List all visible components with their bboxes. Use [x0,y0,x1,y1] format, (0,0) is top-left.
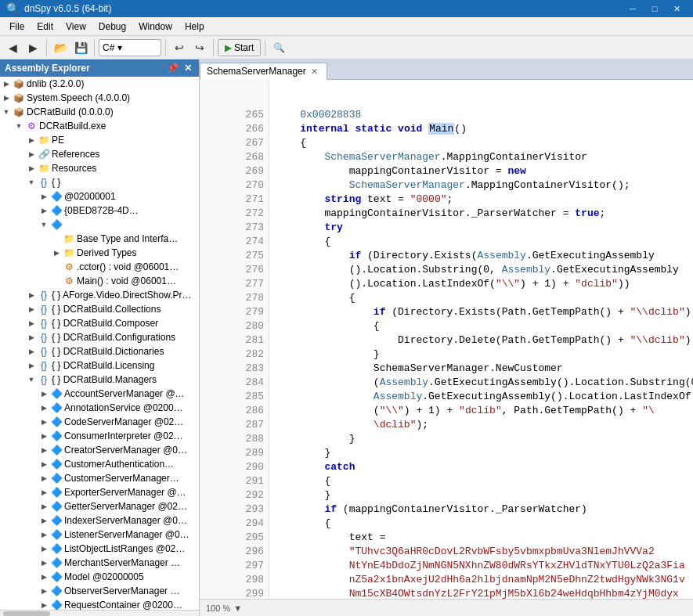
tree-item[interactable]: ▶ 🔷 ConsumerInterpreter @02… [0,429,199,443]
tree-item[interactable]: ▶ 🔗 References [0,147,199,161]
tree-item[interactable]: ▼ ⚙ DCRatBuild.exe [0,119,199,133]
tree-expand[interactable]: ▼ [25,373,38,386]
tree-item[interactable]: ▶ 📦 System.Speech (4.0.0.0) [0,91,199,105]
tree-item[interactable]: ▶ 🔷 CustomerServerManager… [0,471,199,485]
tree-item[interactable]: ▶ 🔷 CustomerAuthentication… [0,457,199,471]
back-button[interactable]: ◀ [3,38,22,57]
tree-item[interactable]: ▶ 🔷 IndexerServerManager @0… [0,513,199,528]
tree-item[interactable]: ▶ 📁 Derived Types [0,246,199,260]
tree-expand[interactable]: ▶ [38,416,50,428]
tree-item[interactable]: ▼ 📦 DCRatBuild (0.0.0.0) [0,105,199,119]
tree-expand[interactable]: ▼ [13,120,25,132]
tree-item[interactable]: ▶ 🔷 CodeServerManager @02… [0,415,199,429]
minimize-button[interactable]: ─ [623,2,643,16]
tree-expand[interactable]: ▶ [38,190,50,203]
tree-expand[interactable]: ▶ [38,472,50,485]
tree-item[interactable]: ▶ {} { } AForge.Video.DirectShow.Pro… [0,288,199,302]
tree-expand[interactable]: ▶ [25,289,38,301]
tree-item[interactable]: ⚙ .cctor() : void @06001… [0,260,199,274]
tree-item[interactable]: ▶ 🔷 MerchantServerManager … [0,556,199,570]
tree-expand[interactable]: ▶ [38,571,50,583]
tree-item[interactable]: ▶ 🔷 ListObjectListRanges @02… [0,542,199,556]
tree-expand[interactable]: ▼ [38,218,50,231]
tree-item[interactable]: ▶ 🔷 @02000001 [0,189,199,204]
menu-file[interactable]: File [3,17,31,35]
tree-item[interactable]: ▶ 📦 dnlib (3.2.0.0) [0,77,199,91]
tree-expand[interactable]: ▶ [25,148,38,160]
tree-item[interactable]: ▶ 🔷 AnnotationService @0200… [0,401,199,415]
tree-item[interactable]: ▶ 📁 PE [0,133,199,147]
tree-expand[interactable]: ▶ [38,557,50,569]
tree-item[interactable]: ▶ {} { } DCRatBuild.Dictionaries [0,344,199,358]
tree-expand[interactable]: ▶ [38,599,50,610]
tree-expand[interactable]: ▶ [38,585,50,597]
tree-item[interactable]: ▶ 🔷 ObserverServerManager … [0,584,199,598]
start-button[interactable]: ▶ Start [218,39,261,56]
tree-expand[interactable]: ▶ [38,486,50,499]
tree-item[interactable]: ▶ 🔷 Model @02000005 [0,570,199,584]
tree-container[interactable]: ▶ 📦 dnlib (3.2.0.0) ▶ 📦 System.Speech (4… [0,77,199,610]
tree-expand[interactable]: ▼ [0,106,13,118]
tree-expand[interactable]: ▶ [25,359,38,372]
tree-expand[interactable]: ▶ [38,542,50,555]
maximize-button[interactable]: □ [644,2,665,16]
tree-expand[interactable]: ▶ [38,444,50,456]
tab-close-button[interactable]: ✕ [309,66,320,77]
tree-item[interactable]: ▼ 🔷 [0,218,199,232]
menu-help[interactable]: Help [179,17,211,35]
tree-expand[interactable]: ▶ [38,528,50,541]
search-button[interactable]: 🔍 [269,38,288,57]
tree-item[interactable]: ▶ 🔷 CreatorServerManager @0… [0,443,199,457]
tree-expand[interactable]: ▶ [38,458,50,470]
tree-expand[interactable] [50,261,63,273]
tree-item[interactable]: ▼ {} { } DCRatBuild.Managers [0,373,199,387]
menu-window[interactable]: Window [132,17,179,35]
tree-item[interactable]: ▶ 🔷 ListenerServerManager @0… [0,528,199,542]
tree-expand[interactable]: ▶ [25,134,38,146]
close-button[interactable]: ✕ [666,2,687,16]
tree-expand[interactable]: ▶ [38,514,50,527]
undo-button[interactable]: ↩ [170,38,189,57]
tree-item[interactable]: ▶ {} { } DCRatBuild.Licensing [0,358,199,373]
tree-expand[interactable]: ▶ [50,247,63,259]
tree-expand[interactable]: ▶ [38,500,50,513]
tree-expand[interactable]: ▶ [25,331,38,344]
tree-item[interactable]: ▶ 🔷 RequestContainer @0200… [0,598,199,610]
tree-expand[interactable]: ▶ [25,162,38,175]
redo-button[interactable]: ↪ [190,38,209,57]
tree-expand[interactable]: ▼ [25,176,38,189]
tree-expand[interactable]: ▶ [25,303,38,315]
menu-debug[interactable]: Debug [92,17,132,35]
tree-item[interactable]: 📁 Base Type and Interfa… [0,232,199,246]
tree-item[interactable]: ▶ {} { } DCRatBuild.Composer [0,316,199,330]
tree-expand[interactable]: ▶ [38,387,50,400]
open-button[interactable]: 📂 [51,38,70,57]
pin-button[interactable]: 📌 [166,62,179,74]
zoom-down-button[interactable]: ▼ [233,603,242,613]
tree-expand[interactable]: ▶ [38,430,50,442]
tree-item[interactable]: ▶ {} { } DCRatBuild.Collections [0,302,199,316]
tree-expand[interactable]: ▶ [25,345,38,358]
tree-expand[interactable] [50,275,63,287]
tree-item[interactable]: ▶ 📁 Resources [0,161,199,175]
explorer-close-button[interactable]: ✕ [182,62,194,74]
tree-item[interactable]: ▶ 🔷 ExporterServerManager @… [0,485,199,499]
language-selector[interactable]: C# ▾ [99,39,161,56]
tree-expand[interactable]: ▶ [38,204,50,217]
tree-item[interactable]: ▶ {} { } DCRatBuild.Configurations [0,330,199,344]
save-button[interactable]: 💾 [71,38,90,57]
menu-edit[interactable]: Edit [31,17,60,35]
tree-item[interactable]: ▼ {} { } [0,175,199,189]
tab-schema-server-manager[interactable]: SchemaServerManager ✕ [200,63,327,80]
menu-view[interactable]: View [60,17,92,35]
horizontal-scrollbar[interactable] [0,610,199,616]
tree-expand[interactable]: ▶ [38,402,50,414]
tree-expand[interactable]: ▶ [0,77,13,90]
zoom-control[interactable]: 100 % ▼ [206,603,242,613]
tree-item[interactable]: ▶ 🔷 GetterServerManager @02… [0,499,199,513]
tree-item[interactable]: ▶ 🔷 {0BED872B-4D… [0,204,199,218]
tree-expand[interactable]: ▶ [0,92,13,104]
tree-item[interactable]: ▶ 🔷 AccountServerManager @… [0,387,199,401]
tree-expand[interactable]: ▶ [25,317,38,330]
tree-expand[interactable] [50,232,63,245]
